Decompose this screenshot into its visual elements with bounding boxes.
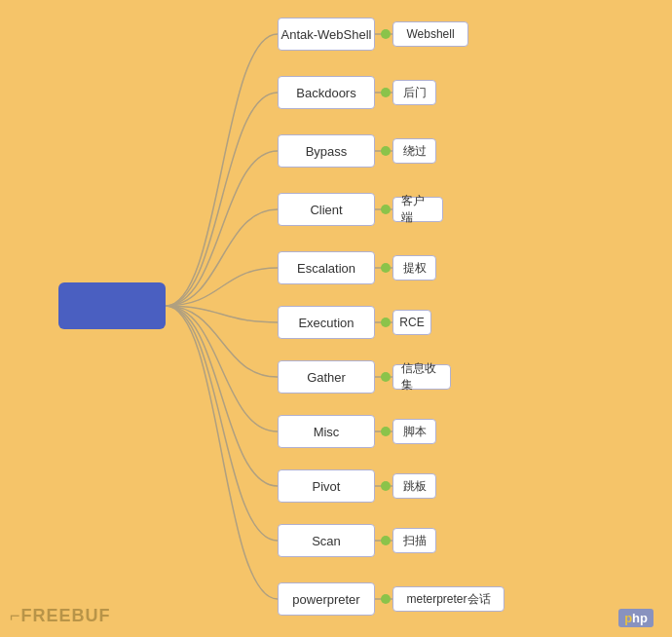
tag-node-client: 客户端 xyxy=(392,197,443,222)
branch-node-client: Client xyxy=(278,193,375,226)
dot-powerpreter xyxy=(381,594,391,604)
dot-backdoors xyxy=(381,88,391,97)
dot-execution xyxy=(381,318,391,327)
tag-node-escalation: 提权 xyxy=(392,255,436,281)
dot-escalation xyxy=(381,263,391,273)
dot-scan xyxy=(381,536,391,545)
tag-node-pivot: 跳板 xyxy=(392,473,436,499)
dot-antak xyxy=(381,29,391,39)
tag-node-backdoors: 后门 xyxy=(392,80,436,105)
branch-node-powerpreter: powerpreter xyxy=(278,582,375,616)
tag-node-bypass: 绕过 xyxy=(392,138,436,164)
branch-node-escalation: Escalation xyxy=(278,251,375,284)
branch-node-bypass: Bypass xyxy=(278,134,375,168)
dot-gather xyxy=(381,372,391,382)
tag-node-powerpreter: meterpreter会话 xyxy=(392,586,504,612)
tag-node-gather: 信息收集 xyxy=(392,364,451,390)
tag-node-execution: RCE xyxy=(392,310,431,335)
branch-node-backdoors: Backdoors xyxy=(278,76,375,109)
branch-node-antak: Antak-WebShell xyxy=(278,18,375,51)
diagram-container: Antak-WebShellWebshellBackdoors后门Bypass绕… xyxy=(0,0,672,637)
tag-node-misc: 脚本 xyxy=(392,419,436,444)
branch-node-pivot: Pivot xyxy=(278,469,375,503)
dot-bypass xyxy=(381,146,391,156)
center-node xyxy=(58,282,166,329)
tag-node-antak: Webshell xyxy=(392,21,468,47)
dot-misc xyxy=(381,427,391,436)
branch-node-execution: Execution xyxy=(278,306,375,339)
branch-node-gather: Gather xyxy=(278,360,375,393)
tag-node-scan: 扫描 xyxy=(392,528,436,553)
branch-node-misc: Misc xyxy=(278,415,375,448)
dot-pivot xyxy=(381,481,391,491)
dot-client xyxy=(381,205,391,214)
branch-node-scan: Scan xyxy=(278,524,375,557)
